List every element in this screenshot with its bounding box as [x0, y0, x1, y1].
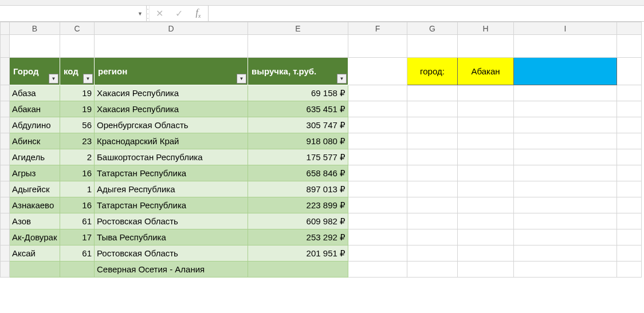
- cell-revenue[interactable]: 201 951 ₽: [248, 245, 348, 262]
- cell[interactable]: [458, 101, 514, 117]
- cell[interactable]: [514, 213, 617, 229]
- cell-region[interactable]: Тыва Республика: [95, 229, 248, 245]
- cell-code[interactable]: 2: [60, 149, 95, 165]
- cell-city[interactable]: Абакан: [10, 101, 60, 117]
- table-row[interactable]: Агрыз16Татарстан Республика658 846 ₽: [1, 165, 642, 181]
- cell[interactable]: [458, 181, 514, 197]
- cell[interactable]: [617, 262, 642, 278]
- table-header-code[interactable]: код ▼: [60, 58, 95, 85]
- cell[interactable]: [407, 245, 458, 262]
- cell[interactable]: [514, 133, 617, 149]
- chevron-down-icon[interactable]: ▼: [138, 11, 143, 17]
- cell[interactable]: [617, 117, 642, 133]
- col-header-F[interactable]: F: [348, 22, 407, 35]
- col-header-G[interactable]: G: [407, 22, 458, 35]
- cell[interactable]: [407, 181, 458, 197]
- cell-revenue[interactable]: 897 013 ₽: [248, 181, 348, 197]
- cell[interactable]: [458, 117, 514, 133]
- table-header-region[interactable]: регион ▼: [95, 58, 248, 85]
- cell-city[interactable]: Абаза: [10, 85, 60, 101]
- cell-city[interactable]: Аксай: [10, 245, 60, 262]
- cell[interactable]: [617, 197, 642, 213]
- row-header[interactable]: [1, 149, 10, 165]
- cell-city[interactable]: Агрыз: [10, 165, 60, 181]
- select-all-corner[interactable]: [1, 22, 10, 35]
- cell[interactable]: [514, 245, 617, 262]
- cell-code[interactable]: 19: [60, 85, 95, 101]
- cell-region[interactable]: Татарстан Республика: [95, 165, 248, 181]
- cell[interactable]: [617, 101, 642, 117]
- row-header[interactable]: [1, 181, 10, 197]
- cancel-entry-button[interactable]: ✕: [150, 6, 169, 21]
- formula-input[interactable]: [208, 6, 644, 21]
- table-header-row[interactable]: Город ▼ код ▼ регион ▼ выручка, т.руб. ▼…: [1, 58, 642, 85]
- row-header[interactable]: [1, 58, 10, 85]
- cell[interactable]: [407, 85, 458, 101]
- cell-revenue[interactable]: 223 899 ₽: [248, 197, 348, 213]
- cell[interactable]: [617, 213, 642, 229]
- cell[interactable]: [514, 117, 617, 133]
- cell[interactable]: [348, 85, 407, 101]
- cell-revenue[interactable]: [248, 262, 348, 278]
- cell-region[interactable]: Башкортостан Республика: [95, 149, 248, 165]
- cell[interactable]: [348, 117, 407, 133]
- cell[interactable]: [60, 35, 95, 58]
- table-header-city[interactable]: Город ▼: [10, 58, 60, 85]
- cell-region[interactable]: Оренбургская Область: [95, 117, 248, 133]
- cell[interactable]: [458, 262, 514, 278]
- cell[interactable]: [458, 165, 514, 181]
- row-header[interactable]: [1, 262, 10, 278]
- cell[interactable]: [407, 229, 458, 245]
- cell[interactable]: [407, 35, 458, 58]
- row-header[interactable]: [1, 101, 10, 117]
- cell-revenue[interactable]: 305 747 ₽: [248, 117, 348, 133]
- table-row[interactable]: Абакан19Хакасия Республика635 451 ₽: [1, 101, 642, 117]
- cell[interactable]: [348, 181, 407, 197]
- cell[interactable]: [514, 165, 617, 181]
- cell[interactable]: [458, 35, 514, 58]
- lookup-label-cell[interactable]: город:: [407, 58, 458, 85]
- cell-code[interactable]: 16: [60, 165, 95, 181]
- cell-city[interactable]: Ак-Довурак: [10, 229, 60, 245]
- cell[interactable]: [348, 245, 407, 262]
- table-row[interactable]: Агидель2Башкортостан Республика175 577 ₽: [1, 149, 642, 165]
- table-row[interactable]: Азов61Ростовская Область609 982 ₽: [1, 213, 642, 229]
- cell[interactable]: [617, 181, 642, 197]
- cell[interactable]: [348, 229, 407, 245]
- cell[interactable]: [514, 85, 617, 101]
- cell[interactable]: [458, 229, 514, 245]
- cell-city[interactable]: Адыгейск: [10, 181, 60, 197]
- col-header-I[interactable]: I: [514, 22, 617, 35]
- cell-region[interactable]: Ростовская Область: [95, 245, 248, 262]
- lookup-value-cell[interactable]: Абакан: [458, 58, 514, 85]
- filter-dropdown-icon[interactable]: ▼: [337, 74, 347, 84]
- cell[interactable]: [348, 213, 407, 229]
- cell-region[interactable]: Северная Осетия - Алания: [95, 262, 248, 278]
- cell[interactable]: [348, 149, 407, 165]
- cell-code[interactable]: 19: [60, 101, 95, 117]
- cell[interactable]: [407, 165, 458, 181]
- table-header-revenue[interactable]: выручка, т.руб. ▼: [248, 58, 348, 85]
- row-header[interactable]: [1, 197, 10, 213]
- spreadsheet-grid[interactable]: B C D E F G H I: [0, 22, 642, 278]
- cell-region[interactable]: Ростовская Область: [95, 213, 248, 229]
- cell-city[interactable]: [10, 262, 60, 278]
- cell-code[interactable]: 61: [60, 245, 95, 262]
- cell-region[interactable]: Хакасия Республика: [95, 85, 248, 101]
- row-header[interactable]: [1, 85, 10, 101]
- row-header[interactable]: [1, 213, 10, 229]
- cell[interactable]: [458, 85, 514, 101]
- cell[interactable]: [95, 35, 248, 58]
- cell[interactable]: [407, 117, 458, 133]
- cell[interactable]: [617, 149, 642, 165]
- cell-revenue[interactable]: 175 577 ₽: [248, 149, 348, 165]
- cell-revenue[interactable]: 253 292 ₽: [248, 229, 348, 245]
- cell[interactable]: [10, 35, 60, 58]
- cell[interactable]: [617, 35, 642, 58]
- cell[interactable]: [407, 101, 458, 117]
- cell-code[interactable]: [60, 262, 95, 278]
- row-header[interactable]: [1, 133, 10, 149]
- cell[interactable]: [514, 149, 617, 165]
- cell[interactable]: [348, 133, 407, 149]
- cell[interactable]: [458, 213, 514, 229]
